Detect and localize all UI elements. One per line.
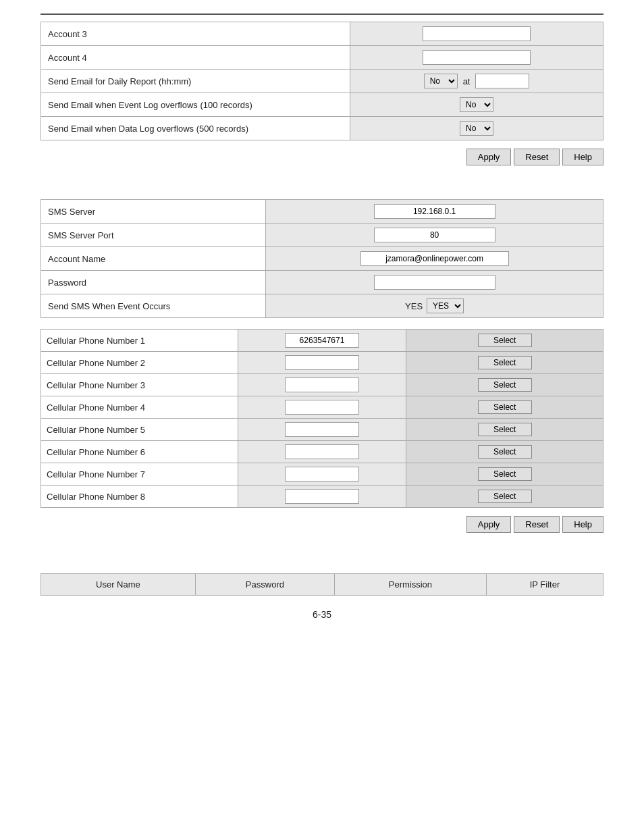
cellular-label-7: Cellular Phone Number 7	[41, 463, 238, 486]
top-reset-button[interactable]: Reset	[514, 149, 560, 165]
cellular-input-7[interactable]	[285, 467, 359, 481]
cellular-row-4: Cellular Phone Number 4 Select	[41, 396, 603, 419]
email-config-table: Account 3 Account 4 Send Email for Daily…	[41, 22, 603, 140]
table-row: Account 4	[41, 46, 603, 70]
password-header: Password	[195, 574, 334, 596]
sms-port-input[interactable]	[374, 228, 495, 242]
sms-server-label: SMS Server	[41, 200, 266, 224]
daily-report-label: Send Email for Daily Report (hh:mm)	[41, 70, 350, 93]
table-row: Send Email when Event Log overflows (100…	[41, 93, 603, 117]
cellular-select-btn-1[interactable]: Select	[478, 334, 532, 347]
cellular-row-6: Cellular Phone Number 6 Select	[41, 441, 603, 463]
account-name-input[interactable]	[360, 251, 509, 266]
table-row: Send Email when Data Log overflows (500 …	[41, 117, 603, 140]
event-log-dropdown[interactable]: No Yes	[460, 97, 493, 112]
table-row: Account Name	[41, 247, 603, 271]
top-apply-button[interactable]: Apply	[466, 149, 512, 165]
cellular-label-2: Cellular Phone Number 2	[41, 352, 238, 374]
daily-report-dropdown[interactable]: No Yes	[424, 74, 458, 88]
send-sms-value: YES YES NO	[266, 294, 603, 318]
page-number: 6-35	[41, 609, 603, 620]
account3-label: Account 3	[41, 22, 350, 46]
top-button-row: Apply Reset Help	[41, 149, 603, 165]
cellular-select-cell-6: Select	[406, 441, 603, 463]
cellular-row-7: Cellular Phone Number 7 Select	[41, 463, 603, 486]
account4-label: Account 4	[41, 46, 350, 70]
cellular-row-2: Cellular Phone Number 2 Select	[41, 352, 603, 374]
cellular-input-cell-5	[238, 419, 406, 441]
yes-text: YES	[405, 301, 423, 311]
cellular-label-6: Cellular Phone Number 6	[41, 441, 238, 463]
data-log-value: No Yes	[350, 117, 603, 140]
cellular-select-cell-2: Select	[406, 352, 603, 374]
table-row: Send SMS When Event Occurs YES YES NO	[41, 294, 603, 318]
cellular-input-8[interactable]	[285, 489, 359, 504]
account-name-value	[266, 247, 603, 271]
data-log-label: Send Email when Data Log overflows (500 …	[41, 117, 350, 140]
cellular-input-cell-6	[238, 441, 406, 463]
cellular-select-cell-5: Select	[406, 419, 603, 441]
user-table: User Name Password Permission IP Filter	[41, 573, 603, 596]
cellular-select-btn-2[interactable]: Select	[478, 356, 532, 369]
cellular-select-btn-6[interactable]: Select	[478, 445, 532, 459]
account3-input[interactable]	[423, 26, 531, 41]
user-name-header: User Name	[41, 574, 196, 596]
password-value	[266, 271, 603, 294]
cellular-row-3: Cellular Phone Number 3 Select	[41, 374, 603, 396]
cellular-label-1: Cellular Phone Number 1	[41, 330, 238, 352]
sms-port-value	[266, 224, 603, 247]
cellular-input-1[interactable]	[285, 333, 359, 348]
cellular-select-cell-3: Select	[406, 374, 603, 396]
sms-button-row: Apply Reset Help	[41, 516, 603, 533]
cellular-select-cell-7: Select	[406, 463, 603, 486]
sms-server-input[interactable]	[374, 204, 495, 219]
sms-server-table: SMS Server SMS Server Port Account Name …	[41, 199, 603, 318]
permission-header: Permission	[334, 574, 486, 596]
password-input[interactable]	[374, 275, 495, 290]
table-row: Account 3	[41, 22, 603, 46]
cellular-select-btn-5[interactable]: Select	[478, 423, 532, 436]
account-name-label: Account Name	[41, 247, 266, 271]
send-sms-dropdown[interactable]: YES NO	[427, 298, 464, 313]
sms-reset-button[interactable]: Reset	[514, 516, 560, 533]
cellular-select-btn-3[interactable]: Select	[478, 378, 532, 392]
account3-value	[350, 22, 603, 46]
cellular-row-5: Cellular Phone Number 5 Select	[41, 419, 603, 441]
top-help-button[interactable]: Help	[562, 149, 603, 165]
cellular-input-cell-7	[238, 463, 406, 486]
sms-port-label: SMS Server Port	[41, 224, 266, 247]
cellular-label-3: Cellular Phone Number 3	[41, 374, 238, 396]
top-divider	[41, 14, 603, 15]
sms-help-button[interactable]: Help	[562, 516, 603, 533]
table-row: SMS Server Port	[41, 224, 603, 247]
daily-report-time-input[interactable]	[475, 74, 529, 88]
cellular-input-2[interactable]	[285, 355, 359, 370]
cellular-phone-table: Cellular Phone Number 1 Select Cellular …	[41, 329, 603, 508]
cellular-input-cell-8	[238, 486, 406, 508]
cellular-input-6[interactable]	[285, 444, 359, 459]
event-log-label: Send Email when Event Log overflows (100…	[41, 93, 350, 117]
at-text: at	[463, 76, 471, 86]
sms-server-value	[266, 200, 603, 224]
cellular-input-3[interactable]	[285, 377, 359, 392]
send-sms-label: Send SMS When Event Occurs	[41, 294, 266, 318]
cellular-select-cell-4: Select	[406, 396, 603, 419]
cellular-select-btn-8[interactable]: Select	[478, 490, 532, 503]
cellular-input-cell-2	[238, 352, 406, 374]
cellular-input-cell-4	[238, 396, 406, 419]
cellular-input-4[interactable]	[285, 400, 359, 415]
table-row: Password	[41, 271, 603, 294]
cellular-row-8: Cellular Phone Number 8 Select	[41, 486, 603, 508]
cellular-select-cell-8: Select	[406, 486, 603, 508]
sms-apply-button[interactable]: Apply	[466, 516, 512, 533]
table-row: Send Email for Daily Report (hh:mm) No Y…	[41, 70, 603, 93]
cellular-select-btn-7[interactable]: Select	[478, 467, 532, 481]
account4-value	[350, 46, 603, 70]
cellular-select-btn-4[interactable]: Select	[478, 400, 532, 414]
cellular-input-cell-3	[238, 374, 406, 396]
cellular-input-5[interactable]	[285, 422, 359, 437]
data-log-dropdown[interactable]: No Yes	[460, 121, 493, 136]
account4-input[interactable]	[423, 50, 531, 65]
cellular-select-cell-1: Select	[406, 330, 603, 352]
daily-report-value: No Yes at	[350, 70, 603, 93]
